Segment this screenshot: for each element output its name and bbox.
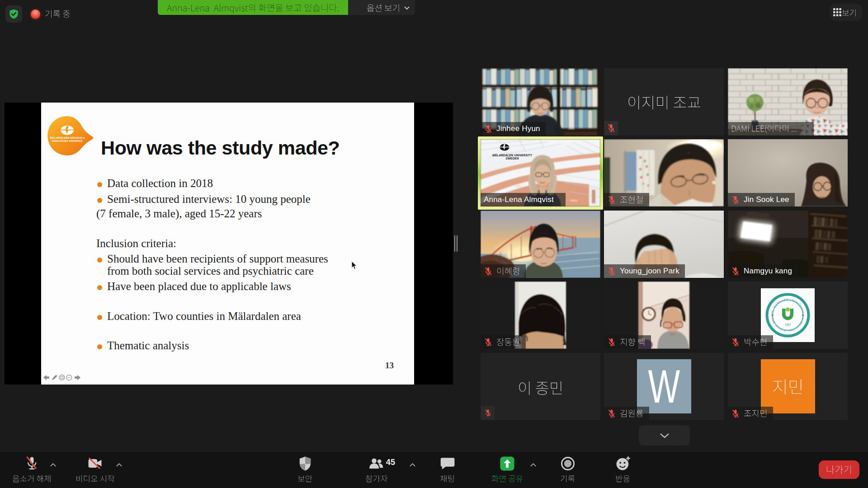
slide-text-line: from both social services and psychiatri… (107, 265, 314, 277)
muted-mic-icon (731, 195, 740, 204)
video-tile-kim-wonryong[interactable]: W (604, 353, 724, 420)
name-label-namgyu: Namgyu kang (728, 264, 797, 278)
recording-indicator-dot (31, 9, 40, 19)
muted-mic-icon (484, 409, 492, 417)
video-tile-jihyang-baek[interactable] (604, 282, 724, 349)
slide-text-line: (7 female, 3 male), aged 15-22 years (96, 207, 262, 220)
slide-page-number: 13 (375, 361, 394, 371)
submenu-chevron-up[interactable] (409, 463, 416, 467)
slide-text-line: Thematic analysis (107, 339, 189, 352)
text-name_dami (731, 123, 797, 134)
submenu-chevron-up[interactable] (530, 463, 537, 467)
toolbar-button-share-screen[interactable] (476, 455, 539, 485)
grid-view-icon (833, 8, 841, 16)
text-tb_participants (365, 473, 388, 484)
name-label-parksh (728, 335, 773, 349)
submenu-chevron-up[interactable] (50, 463, 57, 467)
toolbar-button-participants[interactable]: 45 (345, 455, 408, 485)
malardalen-hogskola-logo: MÄLARDALENS HÖGSKOLA ESKILSTUNA VÄSTERÅS (47, 116, 94, 156)
video-tile-jo-jimin[interactable] (728, 353, 848, 420)
text-tb_reactions (615, 473, 631, 484)
chevron-down-icon (660, 433, 670, 438)
bullet-dot (97, 344, 102, 349)
video-tile-lee-jongmin[interactable] (481, 353, 600, 420)
video-tile-park-suhyun[interactable]: GYEONGSANGBUKDO ASSOCIATION OF SOCIAL WO… (728, 282, 848, 349)
text-tb_security (297, 473, 313, 484)
view-button[interactable] (830, 4, 862, 21)
slideshow-nav-toolbar[interactable] (42, 374, 81, 381)
video-tile-jinhee-hyun[interactable]: Jinhee Hyun (481, 68, 600, 136)
video-tile-jin-sook-lee[interactable]: Jin Sook Lee (728, 139, 848, 206)
text-tb_record (560, 473, 576, 484)
chevron-down-icon (404, 6, 410, 10)
text-name_jihyang (620, 336, 646, 348)
muted-mic-icon (607, 123, 616, 132)
zoom-meeting-window: MÄLARDALENS HÖGSKOLA ESKILSTUNA VÄSTERÅS… (0, 0, 868, 488)
text-name_leehr (496, 265, 520, 277)
name-label-jinhee: Jinhee Hyun (481, 122, 546, 136)
name-label-jinsook: Jin Sook Lee (728, 193, 795, 206)
toolbar-button-record[interactable] (536, 455, 599, 485)
muted-mic-icon (607, 409, 616, 418)
avatar-jimin (761, 359, 815, 413)
gallery-more-button[interactable] (639, 425, 690, 446)
mdh-logo-glyph (498, 143, 511, 153)
toolbar-button-start-video[interactable] (63, 455, 127, 485)
panel-resize-handle[interactable] (454, 235, 458, 252)
text-banner_text (167, 2, 340, 14)
bullet-dot (97, 285, 102, 290)
security-shield-icon (296, 455, 314, 473)
toolbar-button-unmute[interactable] (0, 455, 63, 485)
bullet-dot (97, 315, 102, 320)
submenu-chevron-up[interactable] (116, 463, 123, 467)
muted-mic-icon (484, 124, 493, 133)
leave-button[interactable] (819, 460, 859, 479)
muted-mic-badge (604, 121, 618, 135)
next-slide-icon (75, 375, 80, 380)
svg-text:MÄLARDALENS HÖGSKOLA: MÄLARDALENS HÖGSKOLA (50, 136, 85, 139)
muted-mic-icon (484, 338, 493, 347)
bullet-dot (97, 198, 102, 203)
video-off-icon (86, 455, 104, 473)
slide-title: How was the study made? (101, 137, 340, 159)
video-tile-jo-hyuncheol[interactable] (604, 139, 724, 206)
name-label-jihyang (604, 335, 651, 349)
green-shield-check-icon (9, 9, 19, 19)
security-status-button[interactable] (5, 5, 22, 23)
name-label-johc (604, 193, 649, 206)
video-tile-anna-lena-almqvist[interactable]: MÄLARDALEN UNIVERSITYSWEDENAnna-Lena Alm… (478, 136, 603, 210)
video-tile-lee-hyeryeong[interactable] (481, 211, 600, 278)
toolbar-button-reactions[interactable] (591, 455, 655, 485)
record-icon (559, 455, 577, 473)
text-tb_chat (440, 473, 455, 484)
text-name_ijimi (627, 92, 701, 113)
text-avatar_jimin (772, 375, 804, 399)
toolbar-button-chat[interactable] (416, 455, 479, 485)
name-label-jojimin (728, 407, 773, 420)
text-name_johc (620, 194, 644, 206)
video-tile-young-joon-park[interactable]: Young_joon Park (604, 211, 724, 278)
bullet-dot (97, 182, 102, 187)
prev-slide-icon (43, 375, 49, 380)
slide-text-line: Have been placed due to applicable laws (107, 280, 291, 293)
video-tile-namgyu-kang[interactable]: Namgyu kang (728, 211, 848, 278)
participants-icon (367, 455, 385, 473)
banner-options-button[interactable] (348, 0, 415, 15)
name-label-anna: Anna-Lena Almqvist (481, 193, 566, 206)
video-tile-lee-jimi-assistant[interactable] (604, 68, 724, 136)
text-tb_video (75, 473, 115, 484)
text-name_parksh (744, 336, 768, 348)
video-tile-dami-lee[interactable] (728, 68, 848, 136)
muted-mic-icon (731, 409, 740, 418)
slide-text-line: Location: Two counties in Mälardalen are… (107, 310, 301, 323)
chat-icon (439, 455, 457, 473)
meeting-toolbar: 45 (0, 452, 868, 488)
text-tb_leave (826, 463, 852, 476)
muted-mic-icon (731, 267, 740, 276)
toolbar-button-security[interactable] (274, 455, 337, 485)
show-all-slides-icon (59, 375, 65, 380)
slide-text-line: Should have been recipients of support m… (107, 253, 328, 265)
video-tile-jang-dongwon[interactable] (481, 282, 600, 349)
svg-text:1967: 1967 (784, 323, 791, 326)
name-label-yjpark: Young_joon Park (604, 264, 685, 278)
